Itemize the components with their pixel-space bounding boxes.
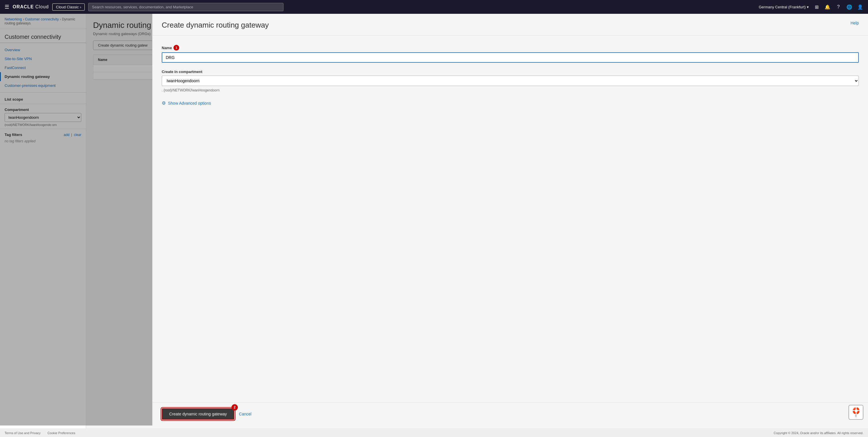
oracle-logo: ORACLE Cloud: [13, 4, 49, 9]
help-icon[interactable]: ?: [835, 4, 842, 10]
compartment-field-group: Create in compartment IwanHoogendoorn . …: [162, 69, 859, 93]
name-required-badge: 1: [174, 45, 179, 51]
compartment-path-hint: . (root)/NETWORK/IwanHoogendoorn: [162, 87, 859, 93]
cancel-button[interactable]: Cancel: [239, 412, 252, 416]
hamburger-menu[interactable]: ☰: [5, 4, 9, 10]
cookie-preferences-link[interactable]: Cookie Preferences: [48, 431, 75, 435]
top-navigation: ☰ ORACLE Cloud Cloud Classic › Germany C…: [0, 0, 868, 14]
search-input[interactable]: [88, 3, 283, 11]
console-icon[interactable]: ⊞: [813, 4, 820, 10]
cloud-classic-button[interactable]: Cloud Classic ›: [52, 3, 85, 11]
user-avatar[interactable]: 👤: [857, 4, 863, 10]
bell-icon[interactable]: 🔔: [824, 4, 831, 10]
name-input[interactable]: [162, 52, 859, 63]
modal-help-link[interactable]: Help: [850, 21, 859, 25]
help-widget-icon: 🛟: [852, 407, 860, 414]
modal-footer: 2 Create dynamic routing gateway Cancel: [153, 402, 868, 426]
advanced-options-toggle[interactable]: ⚙ Show Advanced options: [162, 100, 859, 106]
create-drg-modal: Create dynamic routing gateway Help Name…: [152, 14, 868, 426]
advanced-options-group: ⚙ Show Advanced options: [162, 100, 859, 106]
terms-link[interactable]: Terms of Use and Privacy: [5, 431, 40, 435]
create-drg-submit-button[interactable]: Create dynamic routing gateway: [162, 408, 235, 420]
modal-title: Create dynamic routing gateway: [162, 21, 269, 30]
name-field-group: Name 1: [162, 45, 859, 63]
page-footer: Terms of Use and Privacy Cookie Preferen…: [0, 429, 868, 437]
globe-icon[interactable]: 🌐: [846, 4, 852, 10]
advanced-options-icon: ⚙: [162, 100, 166, 106]
help-widget[interactable]: 🛟 ⠿: [848, 405, 863, 420]
help-widget-dots: ⠿: [855, 414, 857, 418]
modal-body: Name 1 Create in compartment IwanHoogend…: [153, 36, 868, 402]
region-selector[interactable]: Germany Central (Frankfurt) ▾: [759, 5, 809, 9]
copyright-text: Copyright © 2024, Oracle and/or its affi…: [774, 431, 863, 435]
compartment-label: Create in compartment: [162, 69, 859, 74]
compartment-select-modal[interactable]: IwanHoogendoorn: [162, 76, 859, 86]
modal-header: Create dynamic routing gateway Help: [153, 14, 868, 36]
nav-right: Germany Central (Frankfurt) ▾ ⊞ 🔔 ? 🌐 👤: [759, 4, 863, 10]
name-label: Name 1: [162, 45, 859, 51]
create-step-badge: 2: [231, 404, 238, 411]
